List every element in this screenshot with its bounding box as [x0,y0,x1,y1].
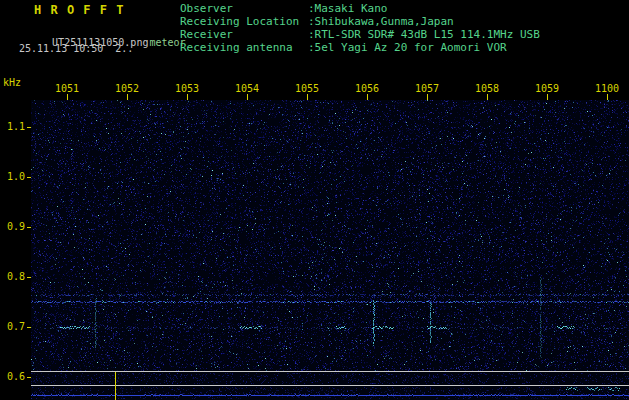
y-tick-label: 1.0 [2,171,25,182]
info-value: :Masaki Kano [308,3,387,15]
info-value: :RTL-SDR SDR# 43dB L15 114.1MHz USB [308,29,540,41]
x-tick-label: 1055 [292,83,322,94]
info-value: :Shibukawa,Gunma,Japan [308,16,454,28]
info-label: Receiver [180,29,233,41]
app-title: H R O F F T [34,3,124,17]
x-tick-label: 1054 [232,83,262,94]
y-tick-label: 0.8 [2,271,25,282]
x-tick-label: 1056 [352,83,382,94]
x-tick-label: 1051 [52,83,82,94]
y-tick-label: 0.7 [2,321,25,332]
datetime-status: 25.11.13 10:50 2.. [19,43,133,54]
x-tick-label: 1052 [112,83,142,94]
x-tick-label: 1059 [532,83,562,94]
y-tick-label: 0.6 [2,371,25,382]
hrofft-app: H R O F F T UT2511131050.pngmeteor 25.11… [0,0,629,400]
spectrogram-canvas [31,100,629,400]
x-tick-label: 1053 [172,83,202,94]
x-tick-label: 1057 [412,83,442,94]
info-label: Observer [180,3,233,15]
y-tick-label: 0.9 [2,221,25,232]
info-label: Receiving antenna [180,42,293,54]
x-tick-label: 1058 [472,83,502,94]
y-axis-unit-label: kHz [3,77,21,88]
y-tick-label: 1.1 [2,121,25,132]
x-tick-label: 1100 [592,83,622,94]
info-label: Receiving Location [180,16,299,28]
info-value: :5el Yagi Az 20 for Aomori VOR [308,42,507,54]
